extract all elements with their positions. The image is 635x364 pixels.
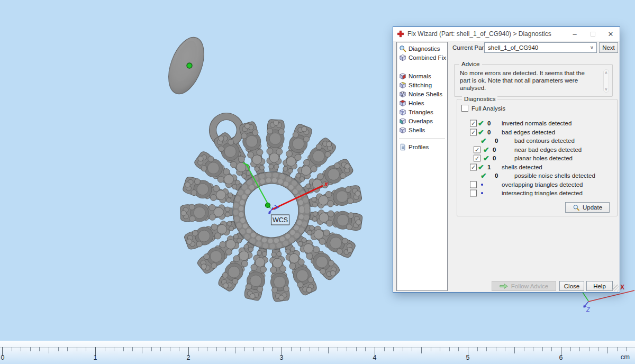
row-checkbox[interactable]: ✓ [474,155,480,162]
current-part-label: Current Part: [452,44,487,51]
sidebar-item-profiles[interactable]: Profiles [399,142,447,151]
wizard-page-list: Diagnostics Combined Fix Normals Stitchi… [396,42,448,291]
sidebar-item-shells[interactable]: Shells [399,125,447,134]
row-label: overlapping triangles detected [502,181,583,188]
advice-text: No more errors are detected. It seems th… [460,69,596,92]
ruler-label-3: 3 [280,354,284,361]
advice-scrollbar[interactable]: ∧ ∨ [603,69,609,93]
row-checkbox[interactable]: ✓ [470,163,477,170]
ruler-label-1: 1 [94,354,97,361]
current-part-value: shell_1_of_CG940 [488,44,538,51]
sidebar-label: Shells [409,127,425,133]
sidebar-item-stitching[interactable]: Stitching [399,80,447,89]
pendant-spokes [180,119,363,302]
help-button[interactable]: Help [586,281,613,291]
document-icon [399,143,406,151]
diagnostic-row: intersecting triangles detected [457,189,617,198]
sidebar-item-triangles[interactable]: Triangles [399,107,447,116]
green-check-icon: ✔ [478,164,484,170]
row-count: 0 [493,155,496,161]
sidebar-label: Holes [409,100,424,106]
cube-holes-icon [399,99,406,107]
scroll-up-icon[interactable]: ∧ [605,70,608,75]
row-checkbox[interactable]: ✓ [474,146,480,153]
row-label: inverted normals detected [502,120,572,126]
ruler-label-5: 5 [466,354,470,361]
row-count: 0 [493,147,496,153]
pendant-model[interactable] [180,113,363,302]
row-checkbox[interactable] [470,181,477,188]
scroll-down-icon[interactable]: ∨ [605,87,608,92]
next-button[interactable]: Next [599,42,618,53]
diagnostic-row: ✔ 0 possible noise shells detected [457,171,617,180]
row-count: 0 [487,129,491,135]
row-label: possible noise shells detected [514,172,595,179]
update-button-label: Update [583,204,602,211]
cube-stitching-icon [399,81,406,89]
close-icon[interactable]: ✕ [602,27,620,41]
minimize-icon[interactable]: – [566,27,584,41]
resize-grip[interactable] [612,285,619,292]
sidebar-item-noise-shells[interactable]: Noise Shells [399,89,447,98]
row-checkbox[interactable]: ✓ [470,120,477,127]
fix-wizard-cross-icon [397,30,404,38]
corner-x-axis-label: X [620,284,624,291]
chevron-down-icon: ∨ [590,44,594,50]
green-check-icon: ✔ [478,120,484,126]
sidebar-item-normals[interactable]: Normals [399,71,447,80]
row-label: bad contours detected [514,138,575,144]
row-checkbox[interactable]: ✓ [470,129,477,135]
diagnostics-groupbox: Diagnostics Full Analysis ✓ ✔ 0 inverted… [457,99,618,216]
sidebar-item-diagnostics[interactable]: Diagnostics [399,44,447,53]
cube-icon [399,54,406,61]
sidebar-item-combined-fix[interactable]: Combined Fix [399,53,447,62]
ruler-label-2: 2 [187,354,190,361]
current-part-select[interactable]: shell_1_of_CG940 ∨ [484,42,597,53]
sidebar-label: Triangles [409,109,433,115]
magnifier-icon [399,45,406,52]
advice-title: Advice [459,61,482,67]
ring-part-model[interactable] [162,32,211,98]
row-checkbox[interactable] [470,190,477,197]
blue-dot-icon [481,184,483,186]
sidebar-item-holes[interactable]: Holes [399,98,447,107]
blue-dot-icon [481,192,483,194]
sidebar-item-overlaps[interactable]: Overlaps [399,116,447,125]
ruler-label-0: 0 [1,354,5,361]
ruler-label-6: 6 [559,354,563,361]
sidebar-label: Normals [409,73,431,79]
z-axis-indicator [269,205,278,214]
full-analysis-checkbox[interactable] [461,105,468,112]
close-button[interactable]: Close [559,281,584,291]
row-label: planar holes detected [514,155,573,161]
cube-shells-icon [399,126,406,134]
update-button[interactable]: Update [565,202,610,213]
row-label: intersecting triangles detected [502,190,583,196]
diagnostic-row: ✔ 0 bad contours detected [457,136,617,145]
x-axis-label: x [324,180,329,188]
cube-normals-icon [399,72,406,80]
wcs-label: WCS [273,216,288,224]
green-check-icon: ✔ [483,147,489,153]
fix-wizard-dialog: Fix Wizard (Part: shell_1_of_CG940) > Di… [393,26,620,293]
diagnostics-title: Diagnostics [462,96,497,102]
follow-advice-label: Follow Advice [511,283,548,289]
diagnostic-row: ✓ ✔ 0 inverted normals detected [457,119,617,128]
full-analysis-label: Full Analysis [471,105,505,112]
cube-triangles-icon [399,108,406,116]
maximize-icon [584,27,602,41]
sidebar-label: Profiles [409,144,429,150]
row-label: near bad edges detected [514,147,582,153]
green-check-icon: ✔ [480,138,487,144]
row-count: 1 [487,164,491,170]
sidebar-label: Diagnostics [409,46,440,52]
magnifier-icon [573,204,580,211]
ruler-label-4: 4 [373,354,377,361]
row-count: 0 [495,172,498,179]
dialog-titlebar[interactable]: Fix Wizard (Part: shell_1_of_CG940) > Di… [393,27,620,41]
cube-noise-icon [399,90,406,98]
diagnostic-row: ✓ ✔ 0 planar holes detected [457,154,617,163]
green-check-icon: ✔ [480,172,487,179]
cube-overlaps-icon [399,117,406,125]
row-count: 0 [495,138,498,144]
